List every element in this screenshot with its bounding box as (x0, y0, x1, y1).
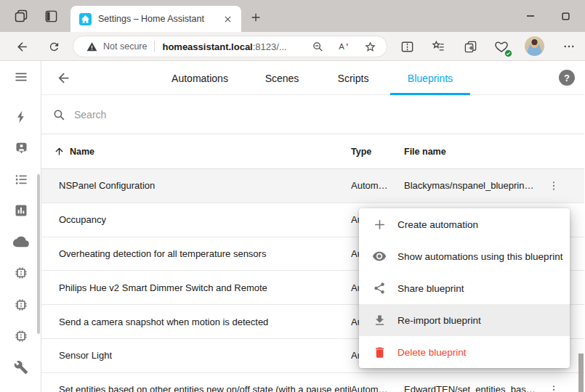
download-icon (372, 313, 387, 327)
essentials-check-badge (504, 49, 512, 57)
workspaces-icon[interactable] (13, 8, 29, 24)
history-icon[interactable] (13, 203, 29, 219)
security-label: Not secure (103, 41, 147, 52)
address-divider (154, 41, 155, 52)
energy-icon[interactable] (13, 109, 29, 125)
column-type[interactable]: Type (351, 147, 404, 157)
address-bar[interactable]: Not secure homeassistant.local:8123/... … (73, 36, 387, 57)
split-screen-icon[interactable] (398, 38, 416, 55)
menu-item-show-automations[interactable]: Show automations using this blueprint (359, 240, 570, 272)
trash-icon (372, 345, 387, 359)
url-suffix: :8123/... (253, 41, 287, 52)
tab-scenes[interactable]: Scenes (265, 61, 299, 95)
page-scrollbar[interactable] (578, 354, 584, 392)
row-overflow-icon[interactable] (548, 383, 560, 392)
person-marker-icon[interactable] (13, 140, 29, 156)
refresh-icon[interactable] (45, 38, 62, 55)
share-icon (372, 281, 387, 295)
plus-icon (372, 217, 387, 232)
more-icon[interactable] (560, 38, 578, 55)
back-icon[interactable] (13, 38, 31, 55)
new-tab-icon[interactable] (248, 9, 264, 25)
column-file-name[interactable]: File name (404, 147, 548, 157)
home-assistant-favicon (79, 13, 92, 25)
table-row[interactable]: Set entities based on other entities new… (41, 373, 584, 392)
chip-icon[interactable] (13, 328, 29, 344)
cloud-icon[interactable] (13, 234, 29, 250)
menu-icon[interactable] (13, 69, 29, 85)
favorites-list-icon[interactable] (429, 38, 447, 55)
browser-tab[interactable]: Settings – Home Assistant (70, 6, 241, 32)
search-row (41, 95, 584, 134)
menu-item-delete-blueprint[interactable]: Delete blueprint (359, 336, 570, 368)
logbook-icon[interactable] (13, 171, 29, 187)
ha-back-icon[interactable] (55, 69, 72, 86)
menu-item-create-automation[interactable]: Create automation (359, 208, 570, 240)
menu-item-share-blueprint[interactable]: Share blueprint (359, 272, 570, 304)
collections-icon[interactable] (461, 38, 479, 55)
row-overflow-icon[interactable] (548, 179, 560, 193)
browser-window: Settings – Home Assistant Not secure hom… (0, 0, 585, 392)
tab-scripts[interactable]: Scripts (338, 61, 369, 95)
wrench-icon[interactable] (13, 359, 29, 375)
tab-automations[interactable]: Automations (172, 61, 228, 95)
search-icon (52, 107, 66, 122)
url-host: homeassistant.local (162, 41, 252, 52)
tab-close-icon[interactable] (221, 12, 234, 25)
browser-toolbar: Not secure homeassistant.local:8123/... … (0, 32, 585, 61)
ha-main: Automations Scenes Scripts Blueprints ? … (41, 61, 584, 392)
search-input[interactable] (74, 104, 546, 126)
menu-item-reimport-blueprint[interactable]: Re-import blueprint (359, 304, 570, 336)
maximize-button[interactable] (552, 5, 578, 27)
profile-avatar[interactable] (525, 36, 544, 56)
favorite-star-icon[interactable] (362, 38, 378, 54)
warning-icon (86, 41, 97, 52)
read-aloud-icon[interactable]: A (336, 38, 352, 54)
ha-header: Automations Scenes Scripts Blueprints ? (41, 61, 584, 95)
chip-icon[interactable] (13, 297, 29, 313)
sort-ascending-icon (54, 146, 65, 158)
tab-title: Settings – Home Assistant (98, 14, 221, 24)
sidebar-scrollbar[interactable] (37, 174, 40, 334)
tab-blueprints[interactable]: Blueprints (408, 61, 453, 95)
table-header: Name Type File name (41, 134, 584, 169)
help-icon[interactable]: ? (559, 70, 575, 86)
ha-sidebar (0, 61, 41, 392)
table-row[interactable]: NSPanel Configuration Autom… Blackymas/n… (41, 169, 584, 203)
url-text: homeassistant.local:8123/... (162, 41, 299, 52)
minimize-button[interactable] (517, 5, 544, 27)
browser-essentials-icon[interactable] (493, 38, 510, 55)
tab-actions-icon[interactable] (43, 8, 59, 24)
chip-icon[interactable] (13, 265, 29, 281)
column-name[interactable]: Name (54, 146, 351, 158)
eye-icon (372, 249, 387, 264)
browser-titlebar: Settings – Home Assistant (0, 0, 585, 32)
zoom-out-icon[interactable] (310, 38, 326, 54)
home-assistant-app: Automations Scenes Scripts Blueprints ? … (0, 61, 585, 392)
svg-text:A: A (339, 42, 344, 51)
blueprint-context-menu: Create automation Show automations using… (359, 208, 570, 368)
